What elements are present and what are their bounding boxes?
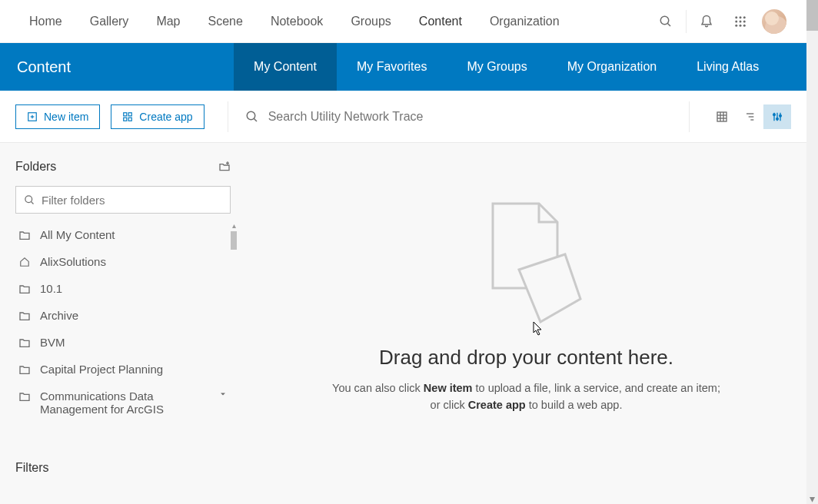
svg-point-2 [735,16,737,18]
filters-header: Filters [15,461,231,475]
folder-list-scrollbar[interactable]: ▴ [231,221,237,260]
toolbar-separator [228,101,228,132]
page-title: Content [0,43,88,91]
top-nav: Home Gallery Map Scene Notebook Groups C… [0,0,806,43]
folder-archive[interactable]: Archive [15,302,231,329]
folder-label: Capital Project Planning [40,363,163,376]
svg-point-4 [743,16,746,18]
page-scrollbar[interactable]: ▾ [806,0,818,504]
svg-rect-20 [717,112,727,121]
svg-point-33 [780,114,782,117]
svg-line-1 [667,23,670,26]
nav-notebook[interactable]: Notebook [257,1,338,42]
folder-icon [18,337,31,348]
empty-sub-bold-new-item: New item [424,382,473,394]
chevron-down-icon [218,390,228,399]
svg-point-7 [743,20,746,22]
folder-label: Archive [40,309,78,322]
folder-icon [18,391,31,402]
folder-icon [18,230,31,240]
nav-groups[interactable]: Groups [337,1,404,42]
filter-folders-input[interactable] [42,194,222,207]
svg-line-37 [31,201,33,204]
tab-my-favorites[interactable]: My Favorites [337,43,447,91]
main-content[interactable]: Drag and drop your content here. You can… [246,143,806,504]
svg-point-3 [740,16,742,18]
svg-point-32 [776,118,779,120]
folder-icon [18,364,31,375]
folder-communications-data-management[interactable]: Communications Data Management for ArcGI… [15,383,231,423]
svg-point-10 [743,24,746,26]
svg-rect-15 [129,112,132,115]
svg-point-31 [773,114,776,116]
folder-bvm[interactable]: BVM [15,329,231,356]
svg-rect-17 [129,118,132,121]
folder-icon [18,310,31,321]
svg-point-6 [740,20,742,22]
tab-my-organization[interactable]: My Organization [547,43,677,91]
search-icon[interactable] [649,0,683,43]
add-folder-icon[interactable] [218,161,231,173]
empty-title: Drag and drop your content here. [379,346,673,370]
folder-label: BVM [40,336,65,349]
empty-illustration-icon [457,189,596,327]
nav-scene[interactable]: Scene [195,1,257,42]
new-item-button[interactable]: New item [15,104,100,129]
search-input[interactable] [268,105,670,128]
bell-icon[interactable] [690,0,723,43]
svg-point-0 [660,16,669,25]
svg-point-9 [740,24,742,26]
subnav: Content My Content My Favorites My Group… [0,43,806,91]
folder-list: ▴ All My Content AlixSolutions 10.1 [15,221,231,423]
nav-gallery[interactable]: Gallery [76,1,143,42]
folders-header: Folders [15,160,231,174]
view-table-icon[interactable] [708,104,736,129]
folder-10-1[interactable]: 10.1 [15,275,231,302]
plus-square-icon [27,111,38,122]
avatar[interactable] [757,0,791,43]
empty-sub-bold-create-app: Create app [468,399,526,411]
search-icon [24,194,35,206]
tab-my-content[interactable]: My Content [234,43,337,91]
svg-rect-16 [124,118,127,121]
scroll-down-icon[interactable]: ▾ [806,492,818,504]
toolbar: New item Create app [0,91,806,143]
nav-map[interactable]: Map [142,1,194,42]
svg-point-36 [25,195,32,202]
svg-point-8 [735,24,737,26]
nav-home[interactable]: Home [15,1,76,42]
tab-living-atlas[interactable]: Living Atlas [677,43,779,91]
empty-sub-text: to build a web app. [526,399,623,411]
create-app-label: Create app [139,111,192,123]
folder-label: 10.1 [40,282,62,295]
nav-content[interactable]: Content [405,1,476,42]
svg-point-18 [247,111,255,120]
nav-organization[interactable]: Organization [476,1,574,42]
search-icon [245,110,259,124]
top-divider [686,10,687,33]
view-toggles [708,104,791,129]
folder-capital-project-planning[interactable]: Capital Project Planning [15,356,231,383]
sidebar: Folders ▴ All My Content [0,143,246,504]
filter-folders-wrap[interactable] [15,186,231,214]
toolbar-separator-2 [689,101,690,132]
body: Folders ▴ All My Content [0,143,806,504]
home-icon [18,257,31,267]
view-filters-icon[interactable] [763,104,791,129]
folder-label: Communications Data Management for ArcGI… [40,390,194,416]
apps-grid-icon[interactable] [723,0,757,43]
view-list-icon[interactable] [736,104,763,129]
svg-line-19 [254,118,257,121]
folder-all-my-content[interactable]: All My Content [15,221,231,248]
create-app-button[interactable]: Create app [111,104,204,129]
folder-label: All My Content [40,228,115,241]
folder-label: AlixSolutions [40,255,106,268]
tab-my-groups[interactable]: My Groups [447,43,547,91]
folders-header-label: Folders [15,160,56,174]
folder-icon [18,284,31,294]
empty-subtitle: You can also click New item to upload a … [327,380,727,414]
svg-point-5 [735,20,737,22]
grid-icon [122,111,133,122]
empty-sub-text: You can also click [332,382,424,394]
folder-alixsolutions[interactable]: AlixSolutions [15,248,231,275]
